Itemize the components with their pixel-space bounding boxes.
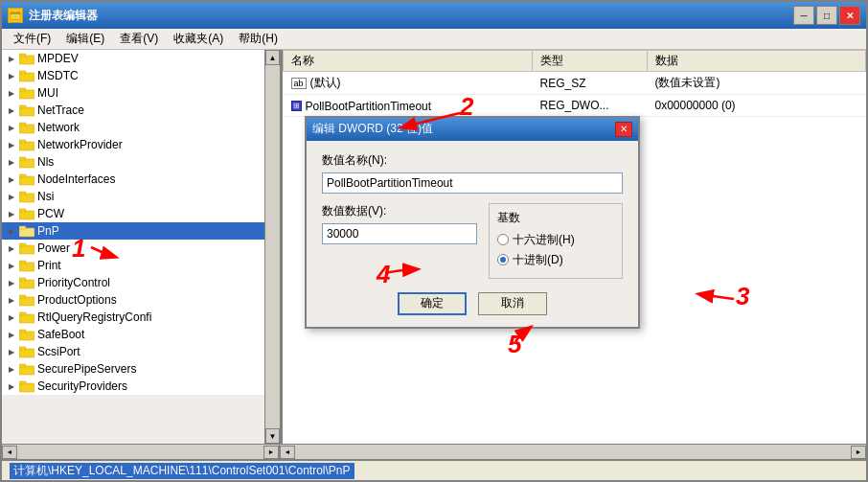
value-section: 数值数据(V): <box>322 203 477 244</box>
svg-rect-36 <box>19 349 34 357</box>
tree-item-rtlqueryregistry[interactable]: RtlQueryRegistryConfi <box>2 309 278 326</box>
folder-icon <box>19 310 34 324</box>
reg-name-pollboot: ⊞ PollBootPartitionTimeout <box>291 100 432 113</box>
tree-item-nodeinterfaces[interactable]: NodeInterfaces <box>2 171 278 188</box>
left-hscrollbar[interactable]: ◄ ► <box>2 445 280 459</box>
svg-rect-17 <box>19 174 26 177</box>
tree-item-mui[interactable]: MUI <box>2 84 278 102</box>
folder-icon <box>19 190 34 203</box>
svg-rect-34 <box>19 332 34 340</box>
menubar: 文件(F) 编辑(E) 查看(V) 收藏夹(A) 帮助(H) <box>2 29 866 50</box>
cancel-button[interactable]: 取消 <box>478 292 547 315</box>
svg-rect-4 <box>19 73 34 81</box>
tree-arrow <box>6 87 17 99</box>
tree-arrow <box>6 139 17 150</box>
svg-rect-7 <box>19 88 26 91</box>
radio-dec[interactable]: 十进制(D) <box>497 252 614 268</box>
svg-rect-6 <box>19 90 34 99</box>
table-row[interactable]: ab (默认) REG_SZ (数值未设置) <box>284 72 866 95</box>
tree-item-pcw[interactable]: PCW <box>2 205 278 222</box>
tree-item-nettrace[interactable]: NetTrace <box>2 102 278 119</box>
window-title: 注册表编辑器 <box>29 8 98 24</box>
svg-rect-12 <box>19 142 34 150</box>
folder-icon <box>19 379 34 393</box>
folder-icon <box>19 103 34 117</box>
tree-arrow <box>6 53 17 64</box>
folder-icon <box>19 345 34 358</box>
tree-item-safeboot[interactable]: SafeBoot <box>2 326 278 343</box>
radio-hex-circle[interactable] <box>497 234 509 245</box>
folder-icon <box>19 155 34 169</box>
data-input[interactable] <box>322 223 477 244</box>
statusbar-path: 计算机\HKEY_LOCAL_MACHINE\111\ControlSet001… <box>10 463 354 479</box>
tree-item-nls[interactable]: Nls <box>2 153 278 171</box>
menu-file[interactable]: 文件(F) <box>6 29 58 49</box>
tree-arrow <box>6 122 17 133</box>
svg-rect-26 <box>19 263 34 271</box>
tree-arrow <box>6 104 17 116</box>
dialog-body: 数值名称(N): 数值数据(V): 基数 十六进制(H) 十进制(D) <box>307 141 638 327</box>
radio-hex[interactable]: 十六进制(H) <box>497 232 614 248</box>
close-button[interactable]: ✕ <box>839 6 860 25</box>
dialog-title: 编辑 DWORD (32 位)值 <box>312 121 433 137</box>
folder-icon <box>19 293 34 307</box>
svg-rect-5 <box>19 71 26 74</box>
tree-item-print[interactable]: Print <box>2 257 278 274</box>
ok-button[interactable]: 确定 <box>398 292 467 315</box>
reg-type-icon-ab: ab <box>291 78 307 89</box>
svg-rect-22 <box>19 228 34 237</box>
tree-item-networkprovider[interactable]: NetworkProvider <box>2 136 278 153</box>
scroll-down-btn[interactable]: ▼ <box>265 428 280 444</box>
tree-item-scsiport[interactable]: ScsiPort <box>2 343 278 360</box>
svg-rect-30 <box>19 297 34 306</box>
tree-item-pnp[interactable]: PnP <box>2 222 278 240</box>
table-row[interactable]: ⊞ PollBootPartitionTimeout REG_DWO... 0x… <box>284 95 866 117</box>
name-input[interactable] <box>322 172 623 194</box>
svg-rect-35 <box>19 330 26 333</box>
svg-rect-16 <box>19 176 34 185</box>
menu-edit[interactable]: 编辑(E) <box>58 29 112 49</box>
menu-view[interactable]: 查看(V) <box>112 29 166 49</box>
titlebar: 注册表编辑器 ─ □ ✕ <box>2 2 866 29</box>
svg-rect-23 <box>19 226 26 229</box>
svg-rect-13 <box>19 140 26 143</box>
svg-rect-29 <box>19 278 26 281</box>
svg-rect-27 <box>19 261 26 264</box>
folder-icon <box>19 241 34 255</box>
reg-type-icon-dword: ⊞ <box>291 101 302 111</box>
tree-arrow <box>6 363 17 375</box>
svg-rect-38 <box>19 366 34 375</box>
scroll-right-btn[interactable]: ► <box>263 446 279 459</box>
tree-arrow <box>6 191 17 202</box>
svg-rect-3 <box>19 54 26 57</box>
dialog-row: 数值数据(V): 基数 十六进制(H) 十进制(D) <box>322 203 623 279</box>
dword-edit-dialog: 编辑 DWORD (32 位)值 ✕ 数值名称(N): 数值数据(V): 基数 … <box>305 116 640 329</box>
registry-tree: MPDEV MSDTC <box>2 50 280 395</box>
tree-arrow <box>6 173 17 185</box>
menu-favorites[interactable]: 收藏夹(A) <box>166 29 231 49</box>
col-type: 类型 <box>533 51 648 72</box>
tree-item-msdtc[interactable]: MSDTC <box>2 67 278 84</box>
tree-item-nsi[interactable]: Nsi <box>2 188 278 205</box>
tree-arrow <box>6 70 17 81</box>
dialog-close-button[interactable]: ✕ <box>615 122 632 137</box>
svg-rect-15 <box>19 157 26 160</box>
tree-item-securityproviders[interactable]: SecurityProviders <box>2 378 278 395</box>
minimize-button[interactable]: ─ <box>793 6 814 25</box>
tree-item-power[interactable]: Power <box>2 240 278 257</box>
tree-item-mpdev[interactable]: MPDEV <box>2 50 278 67</box>
tree-arrow <box>6 277 17 288</box>
tree-item-productoptions[interactable]: ProductOptions <box>2 291 278 309</box>
tree-item-prioritycontrol[interactable]: PriorityControl <box>2 274 278 291</box>
scroll-left-btn[interactable]: ◄ <box>2 446 17 459</box>
left-vscrollbar[interactable]: ▲ ▼ <box>264 50 280 444</box>
folder-icon <box>19 276 34 289</box>
menu-help[interactable]: 帮助(H) <box>231 29 286 49</box>
right-hscrollbar[interactable]: ◄ ► <box>280 445 866 459</box>
radio-dec-circle[interactable] <box>497 254 509 265</box>
scroll-up-btn[interactable]: ▲ <box>265 50 280 65</box>
data-label: 数值数据(V): <box>322 203 477 219</box>
tree-item-network[interactable]: Network <box>2 119 278 136</box>
tree-item-securepipeservers[interactable]: SecurePipeServers <box>2 360 278 378</box>
maximize-button[interactable]: □ <box>816 6 837 25</box>
